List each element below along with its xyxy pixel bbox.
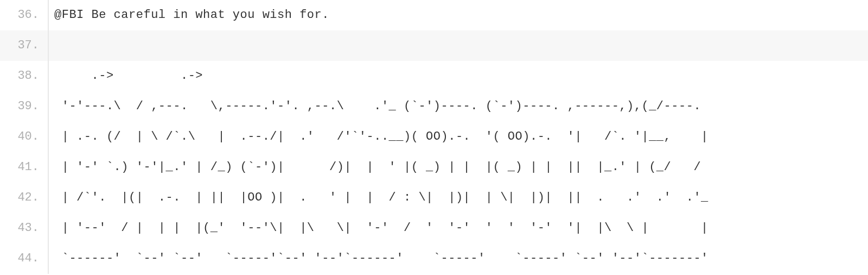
code-line[interactable]: 39. '-'---.\ / ,---. \,-----.'-'. ,--.\ …: [0, 91, 868, 122]
line-number: 44.: [0, 243, 48, 274]
line-number: 41.: [0, 152, 48, 183]
code-line[interactable]: 38. .-> .->: [0, 61, 868, 91]
line-content[interactable]: | '-' `.) '-'|_.' | /_) (`-')| /)| | ' |…: [49, 152, 701, 183]
line-number: 42.: [0, 183, 48, 213]
code-line[interactable]: 40. | .-. (/ | \ /`.\ | .--./| .' /'`'-.…: [0, 122, 868, 152]
code-editor: 36. @FBI Be careful in what you wish for…: [0, 0, 868, 274]
code-line[interactable]: 36. @FBI Be careful in what you wish for…: [0, 0, 868, 30]
line-content[interactable]: `------' `--' `--' `-----'`--' '--'`----…: [49, 243, 709, 274]
code-line[interactable]: 41. | '-' `.) '-'|_.' | /_) (`-')| /)| |…: [0, 152, 868, 183]
code-line[interactable]: 42. | /`'. |(| .-. | || |OO )| . ' | | /…: [0, 183, 868, 213]
line-content[interactable]: @FBI Be careful in what you wish for.: [49, 0, 329, 30]
code-line[interactable]: 43. | '--' / | | | |(_' '--'\| |\ \| '-'…: [0, 213, 868, 243]
line-number: 37.: [0, 30, 48, 61]
line-number: 43.: [0, 213, 48, 243]
line-content[interactable]: | /`'. |(| .-. | || |OO )| . ' | | / : \…: [49, 183, 709, 213]
code-line[interactable]: 44. `------' `--' `--' `-----'`--' '--'`…: [0, 243, 868, 274]
line-content[interactable]: | .-. (/ | \ /`.\ | .--./| .' /'`'-..__)…: [49, 122, 709, 152]
line-content[interactable]: '-'---.\ / ,---. \,-----.'-'. ,--.\ .'_ …: [49, 91, 701, 122]
line-number: 40.: [0, 122, 48, 152]
line-content[interactable]: | '--' / | | | |(_' '--'\| |\ \| '-' / '…: [49, 213, 709, 243]
code-line[interactable]: 37.: [0, 30, 868, 61]
line-number: 36.: [0, 0, 48, 30]
line-number: 38.: [0, 61, 48, 91]
line-content[interactable]: .-> .->: [49, 61, 203, 91]
line-content[interactable]: [49, 30, 54, 61]
line-number: 39.: [0, 91, 48, 122]
